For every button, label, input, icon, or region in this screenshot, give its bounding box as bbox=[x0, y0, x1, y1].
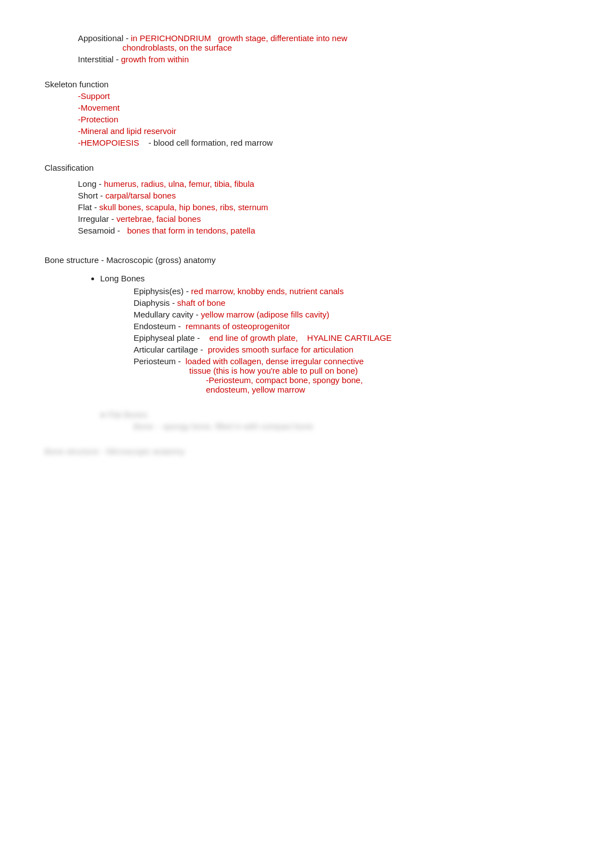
articular-cartilage-line: Articular cartilage - provides smooth su… bbox=[134, 345, 546, 354]
classification-irregular: Irregular - vertebrae, facial bones bbox=[78, 214, 546, 224]
appositional-label: Appositional - bbox=[78, 33, 131, 43]
appositional-section: Appositional - in PERICHONDRIUM growth s… bbox=[45, 33, 546, 64]
skeleton-function-section: Skeleton function -Support -Movement -Pr… bbox=[45, 80, 546, 147]
interstitial-red-text: growth from within bbox=[121, 54, 189, 64]
long-bones-item: Long Bones Epiphysis(es) - red marrow, k… bbox=[100, 274, 546, 394]
classification-items: Long - humerus, radius, ulna, femur, tib… bbox=[45, 179, 546, 235]
blurred-bone-label: Bone - bbox=[134, 421, 158, 431]
medullary-line: Medullary cavity - yellow marrow (adipos… bbox=[134, 310, 546, 319]
skeleton-item-support: -Support bbox=[78, 91, 546, 101]
long-bones-components: Epiphysis(es) - red marrow, knobby ends,… bbox=[100, 286, 546, 394]
blurred-bone-red: spongy bone, filled in with compact bone bbox=[160, 421, 313, 431]
skeleton-item-hemopoiesis: -HEMOPOIESIS - blood cell formation, red… bbox=[78, 138, 546, 147]
skeleton-function-items: -Support -Movement -Protection -Mineral … bbox=[78, 91, 546, 147]
diaphysis-line: Diaphysis - shaft of bone bbox=[134, 298, 546, 307]
classification-short: Short - carpal/tarsal bones bbox=[78, 191, 546, 200]
classification-flat: Flat - skull bones, scapula, hip bones, … bbox=[78, 202, 546, 212]
long-bones-list: Long Bones Epiphysis(es) - red marrow, k… bbox=[100, 274, 546, 394]
skeleton-function-header: Skeleton function bbox=[45, 80, 546, 89]
skeleton-item-mineral: -Mineral and lipid reservoir bbox=[78, 126, 546, 136]
appositional-red-line2: chondroblasts, on the surface bbox=[122, 43, 232, 52]
blurred-microscopic-section: Bone structure - Microscopic anatomy bbox=[45, 447, 546, 456]
interstitial-label: Interstitial - bbox=[78, 54, 121, 64]
skeleton-item-movement: -Movement bbox=[78, 103, 546, 112]
classification-sesamoid: Sesamoid - bones that form in tendons, p… bbox=[78, 226, 546, 235]
endosteum-line: Endosteum - remnants of osteoprogenitor bbox=[134, 321, 546, 331]
interstitial-line: Interstitial - growth from within bbox=[78, 54, 546, 64]
classification-section: Classification Long - humerus, radius, u… bbox=[45, 163, 546, 235]
classification-long: Long - humerus, radius, ulna, femur, tib… bbox=[78, 179, 546, 189]
epiphysis-line: Epiphysis(es) - red marrow, knobby ends,… bbox=[134, 286, 546, 296]
blurred-flat-bones: ● Flat Bones Bone - spongy bone, filled … bbox=[100, 410, 546, 431]
blurred-flat-label: ● Flat Bones bbox=[100, 410, 147, 419]
blurred-flat-bones-section: ● Flat Bones Bone - spongy bone, filled … bbox=[45, 410, 546, 431]
appositional-line: Appositional - in PERICHONDRIUM growth s… bbox=[78, 33, 546, 52]
skeleton-item-protection: -Protection bbox=[78, 115, 546, 124]
long-bones-section: Long Bones Epiphysis(es) - red marrow, k… bbox=[45, 274, 546, 394]
bone-structure-header: Bone structure - Macroscopic (gross) ana… bbox=[45, 255, 546, 265]
epiphyseal-plate-line: Epiphyseal plate - end line of growth pl… bbox=[134, 333, 546, 343]
bone-structure-section: Bone structure - Macroscopic (gross) ana… bbox=[45, 255, 546, 394]
periosteum-line: Periosteum - loaded with collagen, dense… bbox=[134, 356, 546, 394]
long-bones-label: Long Bones bbox=[100, 274, 145, 283]
blurred-microscopic-label: Bone structure - Microscopic anatomy bbox=[45, 447, 185, 456]
classification-header: Classification bbox=[45, 163, 546, 172]
